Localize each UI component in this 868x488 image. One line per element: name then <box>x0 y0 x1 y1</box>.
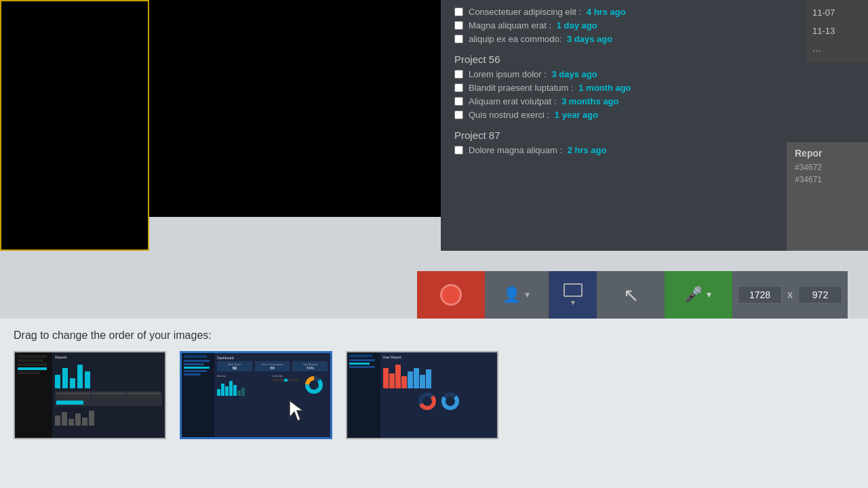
item-checkbox[interactable] <box>454 21 463 30</box>
record-icon <box>440 284 462 306</box>
mouse-area: ↖ <box>597 271 665 319</box>
item-text-content: Lorem ipsum dolor : <box>469 69 547 79</box>
screen-button[interactable]: ▼ <box>549 271 597 319</box>
report-id: #34672 <box>795 163 860 172</box>
item-time: 2 hrs ago <box>568 145 607 155</box>
thumb-inner-3: User Report <box>347 352 497 438</box>
left-black-area <box>0 0 149 251</box>
report-header: Repor <box>795 148 860 159</box>
project-title: Project 87 <box>454 129 854 141</box>
thumb1-sidebar <box>15 352 52 438</box>
item-checkbox[interactable] <box>454 97 463 106</box>
user-button[interactable]: 👤 ▼ <box>485 271 549 319</box>
list-item: Blandit praesent luptatum : 1 month ago <box>454 83 854 93</box>
user-icon: 👤 <box>502 286 521 304</box>
item-text-content: aliquip ex ea commodo: <box>469 34 561 44</box>
item-label: Magna aliquam erat : 1 day ago <box>469 20 597 30</box>
thumbnails-container: Reports <box>14 351 854 439</box>
item-checkbox[interactable] <box>454 7 463 16</box>
number-dots: ... <box>812 42 863 54</box>
item-text-content: Aliquam erat volutpat : <box>469 96 556 106</box>
item-text-content: Magna aliquam erat : <box>469 20 551 30</box>
numbers-panel: 11-07 11-13 ... <box>807 0 868 62</box>
item-time: 3 days ago <box>552 69 597 79</box>
item-label: aliquip ex ea commodo: 3 days ago <box>469 34 612 44</box>
right-panel: Consectetuer adipiscing elit : 4 hrs ago… <box>441 0 868 251</box>
thumb3-bg: User Report <box>347 352 497 438</box>
middle-black-area <box>149 0 441 217</box>
item-checkbox[interactable] <box>454 110 463 119</box>
screen-icon <box>564 283 583 297</box>
thumb1-bg: Reports <box>15 352 165 438</box>
item-label: Lorem ipsum dolor : 3 days ago <box>469 69 597 79</box>
thumbnail-reports[interactable]: Reports <box>14 351 166 439</box>
project-56-section: Project 56 Lorem ipsum dolor : 3 days ag… <box>454 54 854 120</box>
item-label: Quis nostrud exerci : 1 year ago <box>469 110 598 120</box>
height-input[interactable] <box>798 286 842 304</box>
dimensions-area: x <box>732 271 848 319</box>
thumb3-content: User Report <box>380 352 497 438</box>
mic-icon: 🎤 <box>684 286 703 304</box>
item-checkbox[interactable] <box>454 35 463 43</box>
list-item: aliquip ex ea commodo: 3 days ago <box>454 34 854 44</box>
thumbnail-user-report[interactable]: User Report <box>346 351 498 439</box>
drag-label: Drag to change the order of your images: <box>14 329 854 342</box>
item-text-content: Dolore magna aliquam : <box>469 145 562 155</box>
thumb-inner-1: Reports <box>15 352 165 438</box>
donut-chart-1 <box>417 391 437 411</box>
dimension-x-label: x <box>787 289 793 301</box>
item-time: 3 days ago <box>567 34 612 44</box>
cursor-icon: ↖ <box>623 284 639 306</box>
item-time: 1 day ago <box>557 20 597 30</box>
thumb2-bg: Dashboard Best Score 92 User Conversions… <box>182 353 330 437</box>
project-title: Project 56 <box>454 54 854 65</box>
item-time: 4 hrs ago <box>587 7 626 17</box>
bottom-section: Drag to change the order of your images: <box>0 319 868 488</box>
report-id: #34671 <box>795 175 860 184</box>
top-section: Consectetuer adipiscing elit : 4 hrs ago… <box>0 0 868 251</box>
list-item: Aliquam erat volutpat : 3 months ago <box>454 96 854 106</box>
item-label: Blandit praesent luptatum : 1 month ago <box>469 83 631 93</box>
width-input[interactable] <box>738 286 782 304</box>
mic-button[interactable]: 🎤 ▼ <box>665 271 732 319</box>
thumb1-content: Reports <box>52 352 165 438</box>
report-overlay: Repor #34672 #34671 <box>787 142 868 251</box>
item-text-content: Quis nostrud exerci : <box>469 110 549 120</box>
list-item: Consectetuer adipiscing elit : 4 hrs ago <box>454 7 854 17</box>
list-item: Magna aliquam erat : 1 day ago <box>454 20 854 30</box>
record-button[interactable] <box>417 271 485 319</box>
toolbar: 👤 ▼ ▼ ↖ 🎤 ▼ x <box>417 271 848 319</box>
item-checkbox[interactable] <box>454 146 463 155</box>
item-time: 1 year ago <box>555 110 598 120</box>
item-time: 3 months ago <box>561 96 619 106</box>
list-item: Quis nostrud exerci : 1 year ago <box>454 110 854 120</box>
item-checkbox[interactable] <box>454 70 463 79</box>
item-label: Dolore magna aliquam : 2 hrs ago <box>469 145 606 155</box>
number-item: 11-07 <box>812 5 863 20</box>
thumb2-sidebar <box>182 353 214 437</box>
dropdown-arrow: ▼ <box>524 290 532 300</box>
item-text-content: Blandit praesent luptatum : <box>469 83 574 93</box>
screen-label: ▼ <box>570 299 576 306</box>
thumbnail-dashboard[interactable]: Dashboard Best Score 92 User Conversions… <box>180 351 332 439</box>
item-time: 1 month ago <box>578 83 631 93</box>
donut-chart <box>304 375 323 394</box>
mic-dropdown: ▼ <box>705 290 713 300</box>
thumb2-content: Dashboard Best Score 92 User Conversions… <box>214 353 330 437</box>
donut-chart-2 <box>440 391 460 411</box>
item-text-content: Consectetuer adipiscing elit : <box>469 7 581 17</box>
extra-items-section: Consectetuer adipiscing elit : 4 hrs ago… <box>454 7 854 44</box>
thumb-inner-2: Dashboard Best Score 92 User Conversions… <box>182 353 330 437</box>
number-item: 11-13 <box>812 24 863 38</box>
list-item: Lorem ipsum dolor : 3 days ago <box>454 69 854 79</box>
item-label: Consectetuer adipiscing elit : 4 hrs ago <box>469 7 626 17</box>
item-label: Aliquam erat volutpat : 3 months ago <box>469 96 619 106</box>
item-checkbox[interactable] <box>454 83 463 92</box>
thumb3-sidebar <box>347 352 380 438</box>
